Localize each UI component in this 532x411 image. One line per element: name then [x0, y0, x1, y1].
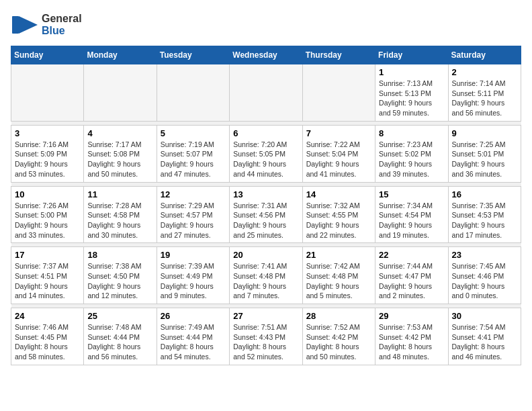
calendar-cell: 19Sunrise: 7:39 AM Sunset: 4:49 PM Dayli… [157, 247, 229, 304]
calendar-cell: 12Sunrise: 7:29 AM Sunset: 4:57 PM Dayli… [157, 186, 229, 243]
day-info: Sunrise: 7:13 AM Sunset: 5:13 PM Dayligh… [379, 79, 444, 118]
day-number: 18 [87, 250, 152, 260]
day-info: Sunrise: 7:26 AM Sunset: 5:00 PM Dayligh… [15, 201, 80, 240]
day-info: Sunrise: 7:45 AM Sunset: 4:46 PM Dayligh… [452, 261, 517, 301]
day-info: Sunrise: 7:19 AM Sunset: 5:07 PM Dayligh… [161, 140, 226, 179]
day-number: 22 [379, 250, 444, 260]
day-number: 3 [15, 128, 80, 138]
day-info: Sunrise: 7:17 AM Sunset: 5:08 PM Dayligh… [87, 140, 152, 179]
day-info: Sunrise: 7:23 AM Sunset: 5:02 PM Dayligh… [379, 140, 444, 179]
header-day-sunday: Sunday [11, 46, 84, 64]
day-info: Sunrise: 7:38 AM Sunset: 4:50 PM Dayligh… [87, 261, 152, 301]
day-info: Sunrise: 7:32 AM Sunset: 4:55 PM Dayligh… [306, 201, 371, 240]
day-number: 16 [452, 189, 517, 199]
day-number: 7 [306, 128, 371, 138]
day-info: Sunrise: 7:52 AM Sunset: 4:42 PM Dayligh… [306, 322, 371, 362]
day-number: 19 [161, 250, 226, 260]
day-number: 15 [379, 189, 444, 199]
day-number: 4 [87, 128, 152, 138]
header-day-thursday: Thursday [302, 46, 375, 64]
day-info: Sunrise: 7:28 AM Sunset: 4:58 PM Dayligh… [87, 201, 152, 240]
svg-rect-0 [12, 16, 19, 34]
day-info: Sunrise: 7:20 AM Sunset: 5:05 PM Dayligh… [233, 140, 298, 179]
calendar-week-3: 10Sunrise: 7:26 AM Sunset: 5:00 PM Dayli… [11, 186, 521, 243]
day-number: 8 [379, 128, 444, 138]
calendar-cell [11, 64, 84, 122]
calendar-cell: 7Sunrise: 7:22 AM Sunset: 5:04 PM Daylig… [302, 125, 375, 182]
header-day-monday: Monday [84, 46, 157, 64]
day-info: Sunrise: 7:44 AM Sunset: 4:47 PM Dayligh… [379, 261, 444, 301]
day-number: 30 [452, 311, 517, 321]
calendar-cell [84, 64, 157, 122]
calendar-cell: 14Sunrise: 7:32 AM Sunset: 4:55 PM Dayli… [302, 186, 375, 243]
calendar-cell: 17Sunrise: 7:37 AM Sunset: 4:51 PM Dayli… [11, 247, 84, 304]
day-info: Sunrise: 7:14 AM Sunset: 5:11 PM Dayligh… [452, 79, 517, 118]
day-info: Sunrise: 7:46 AM Sunset: 4:45 PM Dayligh… [15, 322, 80, 362]
calendar-header-row: SundayMondayTuesdayWednesdayThursdayFrid… [11, 46, 521, 64]
day-number: 24 [15, 311, 80, 321]
logo: General Blue [11, 11, 82, 39]
day-info: Sunrise: 7:53 AM Sunset: 4:42 PM Dayligh… [379, 322, 444, 362]
day-number: 26 [161, 311, 226, 321]
calendar-cell: 1Sunrise: 7:13 AM Sunset: 5:13 PM Daylig… [375, 64, 448, 122]
calendar-cell: 22Sunrise: 7:44 AM Sunset: 4:47 PM Dayli… [375, 247, 448, 304]
calendar-cell: 30Sunrise: 7:54 AM Sunset: 4:41 PM Dayli… [448, 308, 521, 365]
calendar-cell: 13Sunrise: 7:31 AM Sunset: 4:56 PM Dayli… [230, 186, 302, 243]
day-number: 28 [306, 311, 371, 321]
day-info: Sunrise: 7:48 AM Sunset: 4:44 PM Dayligh… [87, 322, 152, 362]
calendar-cell: 6Sunrise: 7:20 AM Sunset: 5:05 PM Daylig… [230, 125, 302, 182]
day-number: 11 [87, 189, 152, 199]
day-number: 12 [161, 189, 226, 199]
day-number: 17 [15, 250, 80, 260]
calendar-cell [157, 64, 229, 122]
day-info: Sunrise: 7:35 AM Sunset: 4:53 PM Dayligh… [452, 201, 517, 240]
header: General Blue [11, 11, 521, 39]
calendar-cell: 25Sunrise: 7:48 AM Sunset: 4:44 PM Dayli… [84, 308, 157, 365]
day-number: 2 [452, 67, 517, 77]
calendar-cell: 21Sunrise: 7:42 AM Sunset: 4:48 PM Dayli… [302, 247, 375, 304]
calendar-cell: 3Sunrise: 7:16 AM Sunset: 5:09 PM Daylig… [11, 125, 84, 182]
day-info: Sunrise: 7:54 AM Sunset: 4:41 PM Dayligh… [452, 322, 517, 362]
day-number: 9 [452, 128, 517, 138]
day-info: Sunrise: 7:37 AM Sunset: 4:51 PM Dayligh… [15, 261, 80, 301]
calendar-cell: 5Sunrise: 7:19 AM Sunset: 5:07 PM Daylig… [157, 125, 229, 182]
calendar-week-5: 24Sunrise: 7:46 AM Sunset: 4:45 PM Dayli… [11, 308, 521, 365]
svg-marker-1 [19, 16, 38, 34]
day-info: Sunrise: 7:25 AM Sunset: 5:01 PM Dayligh… [452, 140, 517, 179]
logo-icon [11, 11, 39, 39]
day-number: 29 [379, 311, 444, 321]
calendar-cell: 16Sunrise: 7:35 AM Sunset: 4:53 PM Dayli… [448, 186, 521, 243]
logo-general-text: General [42, 13, 82, 25]
calendar-cell: 29Sunrise: 7:53 AM Sunset: 4:42 PM Dayli… [375, 308, 448, 365]
day-number: 5 [161, 128, 226, 138]
calendar-cell: 9Sunrise: 7:25 AM Sunset: 5:01 PM Daylig… [448, 125, 521, 182]
calendar-cell: 28Sunrise: 7:52 AM Sunset: 4:42 PM Dayli… [302, 308, 375, 365]
day-info: Sunrise: 7:49 AM Sunset: 4:44 PM Dayligh… [161, 322, 226, 362]
day-number: 13 [233, 189, 298, 199]
day-info: Sunrise: 7:41 AM Sunset: 4:48 PM Dayligh… [233, 261, 298, 301]
day-info: Sunrise: 7:22 AM Sunset: 5:04 PM Dayligh… [306, 140, 371, 179]
header-day-wednesday: Wednesday [230, 46, 302, 64]
calendar-cell: 24Sunrise: 7:46 AM Sunset: 4:45 PM Dayli… [11, 308, 84, 365]
calendar-cell: 10Sunrise: 7:26 AM Sunset: 5:00 PM Dayli… [11, 186, 84, 243]
calendar-cell: 23Sunrise: 7:45 AM Sunset: 4:46 PM Dayli… [448, 247, 521, 304]
calendar-cell [230, 64, 302, 122]
calendar-cell [302, 64, 375, 122]
day-number: 14 [306, 189, 371, 199]
header-day-friday: Friday [375, 46, 448, 64]
calendar-cell: 4Sunrise: 7:17 AM Sunset: 5:08 PM Daylig… [84, 125, 157, 182]
calendar-cell: 2Sunrise: 7:14 AM Sunset: 5:11 PM Daylig… [448, 64, 521, 122]
day-info: Sunrise: 7:51 AM Sunset: 4:43 PM Dayligh… [233, 322, 298, 362]
day-info: Sunrise: 7:29 AM Sunset: 4:57 PM Dayligh… [161, 201, 226, 240]
calendar-cell: 8Sunrise: 7:23 AM Sunset: 5:02 PM Daylig… [375, 125, 448, 182]
calendar-week-2: 3Sunrise: 7:16 AM Sunset: 5:09 PM Daylig… [11, 125, 521, 182]
calendar-cell: 15Sunrise: 7:34 AM Sunset: 4:54 PM Dayli… [375, 186, 448, 243]
day-number: 6 [233, 128, 298, 138]
day-info: Sunrise: 7:34 AM Sunset: 4:54 PM Dayligh… [379, 201, 444, 240]
calendar-cell: 26Sunrise: 7:49 AM Sunset: 4:44 PM Dayli… [157, 308, 229, 365]
day-number: 25 [87, 311, 152, 321]
calendar-cell: 20Sunrise: 7:41 AM Sunset: 4:48 PM Dayli… [230, 247, 302, 304]
day-info: Sunrise: 7:39 AM Sunset: 4:49 PM Dayligh… [161, 261, 226, 301]
day-info: Sunrise: 7:31 AM Sunset: 4:56 PM Dayligh… [233, 201, 298, 240]
day-info: Sunrise: 7:42 AM Sunset: 4:48 PM Dayligh… [306, 261, 371, 301]
